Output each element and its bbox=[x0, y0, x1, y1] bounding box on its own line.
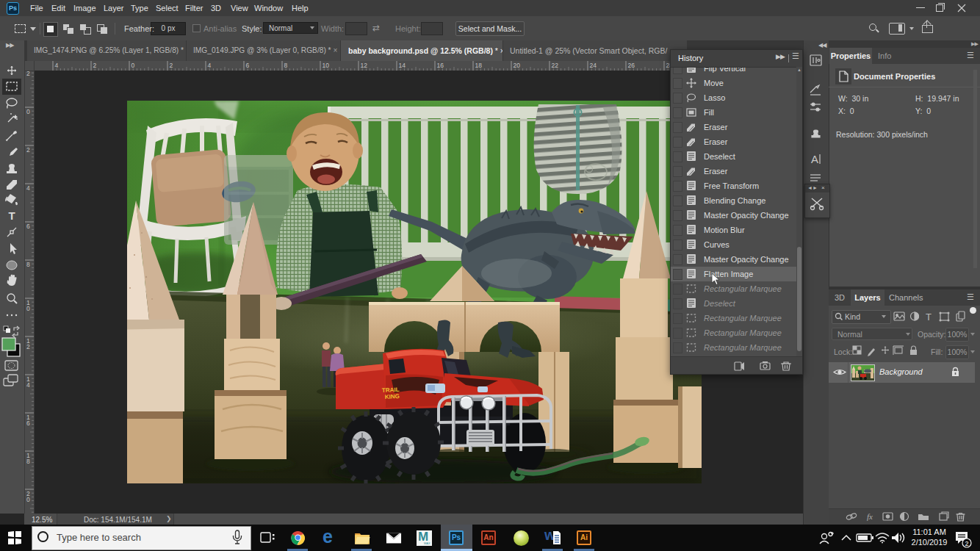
svg-text:8: 8 bbox=[26, 458, 30, 465]
svg-text:12: 12 bbox=[361, 62, 368, 69]
svg-text:2: 2 bbox=[26, 146, 30, 154]
svg-text:KING: KING bbox=[385, 393, 400, 400]
svg-text:4: 4 bbox=[55, 62, 59, 69]
svg-text:16: 16 bbox=[437, 62, 444, 69]
svg-text:2: 2 bbox=[93, 62, 97, 69]
svg-text:2: 2 bbox=[170, 62, 173, 69]
svg-text:2: 2 bbox=[965, 540, 968, 547]
svg-text:2: 2 bbox=[26, 71, 30, 77]
svg-text:0: 0 bbox=[131, 62, 135, 69]
svg-text:6: 6 bbox=[246, 62, 250, 69]
svg-text:22: 22 bbox=[552, 62, 559, 69]
svg-text:26: 26 bbox=[628, 62, 635, 69]
svg-text:18: 18 bbox=[475, 62, 483, 69]
svg-text:6: 6 bbox=[26, 223, 30, 230]
svg-text:4: 4 bbox=[26, 184, 30, 192]
svg-text:A: A bbox=[811, 153, 818, 165]
svg-text:4: 4 bbox=[208, 62, 212, 69]
svg-text:20: 20 bbox=[514, 62, 521, 69]
svg-text:6: 6 bbox=[26, 419, 30, 427]
svg-text:2: 2 bbox=[26, 343, 30, 350]
svg-text:10: 10 bbox=[323, 62, 330, 69]
svg-text:14: 14 bbox=[399, 62, 406, 69]
svg-text:0: 0 bbox=[26, 305, 30, 312]
svg-text:0: 0 bbox=[26, 108, 30, 115]
svg-text:T: T bbox=[926, 311, 932, 323]
svg-text:24: 24 bbox=[590, 62, 597, 69]
svg-text:T: T bbox=[8, 209, 15, 222]
svg-text:8: 8 bbox=[26, 261, 30, 268]
svg-text:fx: fx bbox=[867, 512, 873, 521]
svg-text:0: 0 bbox=[26, 496, 30, 503]
svg-text:4: 4 bbox=[26, 381, 30, 389]
svg-text:8: 8 bbox=[284, 62, 288, 69]
